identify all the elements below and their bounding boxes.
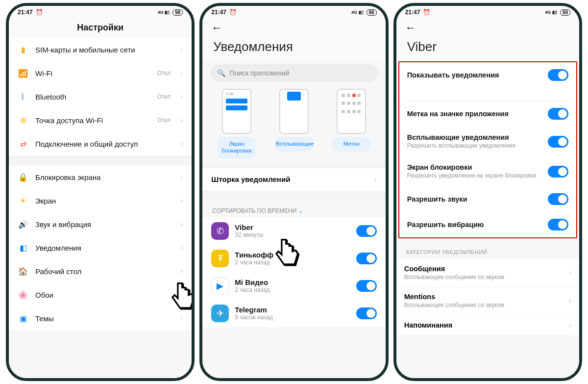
notif-content: 🔍 Поиск приложений 2:36 Экран блокировки… — [202, 61, 385, 378]
status-bar: 21:47⏰ 4G ▮▯98 — [9, 6, 192, 19]
app-row[interactable]: ✈ Telegram 5 часов назад — [202, 300, 385, 327]
shade-row[interactable]: Шторка уведомлений › — [202, 168, 385, 191]
alarm-icon: ⏰ — [423, 9, 430, 16]
chevron-right-icon: › — [180, 290, 183, 299]
chevron-down-icon: ⌄ — [298, 207, 303, 214]
setting-label: Bluetooth — [35, 93, 150, 101]
preview-popup[interactable] — [279, 89, 309, 134]
chevron-right-icon: › — [180, 243, 183, 252]
search-placeholder: Поиск приложений — [229, 69, 289, 77]
app-icon: ✈ — [211, 305, 229, 322]
setting-label: SIM-карты и мобильные сети — [35, 46, 173, 54]
app-row[interactable]: ₮ Тинькофф 2 часа назад — [202, 245, 385, 272]
setting-row[interactable]: ☀ Экран › — [9, 189, 192, 212]
sim-icon: ▮ — [18, 44, 28, 55]
chevron-right-icon: › — [180, 92, 183, 101]
status-bar: 21:47⏰ 4G ▮▯98 — [202, 6, 385, 19]
app-toggle[interactable] — [356, 280, 377, 292]
preview-label-popup[interactable]: Всплывающие — [275, 137, 313, 152]
setting-row[interactable]: 🏠 Рабочий стол › — [9, 259, 192, 283]
category-title: Сообщения — [404, 265, 569, 273]
settings-list: ▮ SIM-карты и мобильные сети ›📶 Wi-Fi От… — [9, 38, 192, 378]
setting-row[interactable]: 🌸 Обои › — [9, 283, 192, 307]
setting-row[interactable]: 🔊 Звук и вибрация › — [9, 212, 192, 236]
toggle-switch[interactable] — [548, 136, 568, 148]
setting-row[interactable]: ◧ Уведомления › — [9, 236, 192, 259]
app-toggle[interactable] — [356, 307, 377, 319]
back-button[interactable]: ← — [211, 22, 222, 34]
status-time: 21:47 — [211, 9, 226, 16]
toggle-title: Метка на значке приложения — [407, 110, 543, 118]
toggle-title: Показывать уведомления — [407, 71, 543, 79]
setting-label: Wi-Fi — [35, 69, 150, 77]
app-row[interactable]: ▶ Mi Видео 2 часа назад — [202, 272, 385, 300]
toggle-title: Разрешить звуки — [407, 195, 543, 203]
phone-notifications: 21:47⏰ 4G ▮▯98 ← Уведомления 🔍 Поиск при… — [199, 3, 388, 381]
app-toggle[interactable] — [356, 253, 377, 264]
signal-icon: 4G ▮▯ — [351, 10, 364, 15]
app-row[interactable]: ✆ Viber 32 минуты — [202, 217, 385, 245]
setting-label: Подключение и общий доступ — [35, 140, 173, 148]
toggle-row[interactable]: Показывать уведомления — [399, 62, 576, 88]
category-row[interactable]: СообщенияВсплывающее сообщение со звуком… — [396, 259, 579, 286]
chevron-right-icon: › — [180, 314, 183, 323]
toggle-switch[interactable] — [548, 166, 568, 178]
categories-header: КАТЕГОРИИ УВЕДОМЛЕНИЙ — [396, 242, 579, 259]
setting-row[interactable]: ⇄ Подключение и общий доступ › — [9, 132, 192, 155]
preview-badges[interactable] — [337, 89, 366, 134]
setting-row[interactable]: ▮ SIM-карты и мобильные сети › — [9, 38, 192, 61]
back-button[interactable]: ← — [405, 22, 416, 34]
toggle-row[interactable]: Разрешить звуки — [399, 186, 576, 212]
phone-app-notif: 21:47⏰ 4G ▮▯98 ← Viber Показывать уведом… — [393, 3, 582, 381]
search-input[interactable]: 🔍 Поиск приложений — [210, 64, 377, 82]
app-subtitle: 2 часа назад — [235, 259, 350, 266]
toggle-row[interactable]: Метка на значке приложения — [399, 101, 576, 127]
signal-icon: 4G ▮▯ — [158, 10, 170, 15]
preview-label-lock[interactable]: Экран блокировки — [218, 137, 256, 158]
setting-row[interactable]: 🔒 Блокировка экрана › — [9, 165, 192, 189]
app-toggle[interactable] — [356, 225, 377, 237]
chevron-right-icon: › — [180, 173, 183, 181]
page-title: Viber — [396, 34, 579, 61]
toggle-switch[interactable] — [548, 219, 568, 230]
search-icon: 🔍 — [217, 69, 225, 77]
app-icon: ▶ — [211, 277, 229, 295]
sound-icon: 🔊 — [18, 219, 28, 230]
setting-label: Темы — [35, 314, 173, 323]
preview-label-badges[interactable]: Метки — [332, 137, 370, 152]
toggle-row[interactable]: Всплывающие уведомленияРазрешить всплыва… — [399, 127, 576, 156]
toggle-switch[interactable] — [548, 69, 568, 81]
setting-row[interactable]: 📶 Wi-Fi Откл › — [9, 61, 192, 85]
chevron-right-icon: › — [569, 321, 571, 330]
lock-icon: 🔒 — [18, 172, 28, 182]
category-row[interactable]: MentionsВсплывающее сообщение со звуком … — [396, 287, 579, 314]
status-bar: 21:47⏰ 4G ▮▯98 — [396, 6, 579, 19]
preview-lockscreen[interactable]: 2:36 — [222, 89, 251, 134]
chevron-right-icon: › — [180, 116, 183, 125]
category-row[interactable]: Напоминания › — [396, 315, 579, 335]
setting-row[interactable]: ⊚ Точка доступа Wi-Fi Откл › — [9, 108, 192, 132]
chevron-right-icon: › — [569, 268, 571, 277]
signal-icon: 4G ▮▯ — [545, 10, 557, 15]
toggle-row[interactable]: Экран блокировкиРазрешить уведомления на… — [399, 156, 576, 186]
app-notif-content: Показывать уведомления Метка на значке п… — [396, 61, 579, 378]
setting-row[interactable]: ▣ Темы › — [9, 307, 192, 330]
chevron-right-icon: › — [180, 69, 183, 77]
home-icon: 🏠 — [18, 266, 28, 277]
toggle-subtitle: Разрешить всплывающие уведомления — [407, 142, 543, 150]
category-subtitle: Всплывающее сообщение со звуком — [404, 302, 569, 308]
setting-label: Рабочий стол — [35, 267, 173, 276]
category-title: Напоминания — [404, 321, 569, 329]
sort-label[interactable]: СОРТИРОВАТЬ ПО ВРЕМЕНИ ⌄ — [202, 201, 385, 217]
chevron-right-icon: › — [180, 139, 183, 148]
battery-icon: 98 — [560, 9, 570, 16]
setting-row[interactable]: ᛒ Bluetooth Откл › — [9, 85, 192, 108]
toggle-switch[interactable] — [548, 108, 568, 120]
setting-label: Блокировка экрана — [35, 173, 173, 181]
setting-label: Уведомления — [35, 244, 173, 252]
toggle-subtitle: Разрешить уведомления на экране блокиров… — [407, 172, 543, 179]
toggle-switch[interactable] — [548, 193, 568, 205]
toggle-title: Всплывающие уведомления — [407, 133, 543, 141]
bt-icon: ᛒ — [18, 91, 28, 102]
toggle-row[interactable]: Разрешить вибрацию — [399, 212, 576, 237]
